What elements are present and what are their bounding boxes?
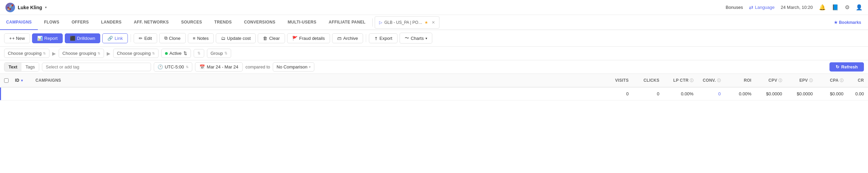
timezone-selector[interactable]: 🕐 UTC-5:00 ⇅	[154, 62, 192, 72]
text-toggle-button[interactable]: Text	[4, 63, 21, 71]
profile-icon[interactable]: 👤	[856, 4, 863, 11]
comparison-selector[interactable]: No Comparison ▾	[273, 62, 314, 72]
filter-row: Choose grouping ⇅ ▶ Choose grouping ⇅ ▶ …	[0, 47, 868, 60]
table-row: 0 0 0.00% 0 0.00% $0.0000 $0.0000 $0.000…	[0, 88, 868, 100]
drilldown-button[interactable]: ⬛ Drilldown	[65, 33, 100, 43]
update-cost-button[interactable]: 🗂 Update cost	[216, 33, 256, 43]
fraud-label: Fraud details	[299, 36, 325, 41]
language-selector[interactable]: ⇄ Language	[749, 4, 775, 11]
update-cost-label: Update cost	[227, 36, 251, 41]
star-icon[interactable]: ★	[424, 20, 428, 25]
search-row: Text Tags 🕐 UTC-5:00 ⇅ 📅 Mar 24 - Mar 24…	[0, 60, 868, 74]
refresh-button[interactable]: ↻ Refresh	[829, 62, 864, 72]
tags-toggle-button[interactable]: Tags	[21, 63, 39, 71]
clock-icon: 🕐	[158, 64, 163, 69]
export-button[interactable]: ↗ Export	[369, 33, 398, 43]
th-id[interactable]: ID ▼	[15, 78, 35, 83]
bookmarks-icon[interactable]: 📘	[832, 4, 839, 11]
user-menu[interactable]: 🚀 Luke Kling ▾	[5, 3, 47, 12]
bookmarks-button[interactable]: ★ Bookmarks	[830, 16, 865, 29]
refresh-icon: ↻	[836, 64, 839, 69]
text-tags-toggle: Text Tags	[4, 62, 39, 72]
active-dot-icon	[165, 52, 168, 55]
tab-conversions[interactable]: CONVERSIONS	[238, 15, 282, 30]
grouping-3-label: Choose grouping	[117, 51, 151, 56]
fraud-details-button[interactable]: 🚩 Fraud details	[287, 33, 330, 43]
th-clicks: CLICKS	[629, 78, 659, 83]
charts-label: Charts	[411, 36, 424, 41]
td-cr: 0.00	[843, 91, 864, 96]
play-icon: ▷	[379, 20, 382, 25]
conv-info-icon[interactable]: ⓘ	[717, 78, 721, 83]
grouping-select-3[interactable]: Choose grouping ⇅	[113, 49, 159, 58]
th-lp-ctr: LP CTR ⓘ	[659, 78, 693, 83]
timezone-caret-icon: ⇅	[186, 65, 189, 69]
tab-multi-users[interactable]: MULTI-USERS	[282, 15, 323, 30]
cpv-info-icon[interactable]: ⓘ	[778, 78, 782, 83]
charts-button[interactable]: 〜 Charts ▾	[400, 33, 432, 44]
active-label: Active	[169, 51, 181, 56]
tab-sources[interactable]: SOURCES	[175, 15, 208, 30]
notes-button[interactable]: ≡ Notes	[188, 33, 214, 43]
group-select[interactable]: Group ⇅	[207, 49, 231, 58]
clone-label: Clone	[169, 36, 181, 41]
notifications-icon[interactable]: 🔔	[819, 4, 826, 11]
report-button[interactable]: 📊 Report	[32, 33, 63, 43]
charts-icon: 〜	[405, 35, 409, 41]
archive-button[interactable]: 🗃 Archive	[332, 33, 363, 43]
tab-aff-networks[interactable]: AFF. NETWORKS	[128, 15, 175, 30]
tab-campaigns[interactable]: CAMPAIGNS	[0, 15, 38, 30]
grouping-3-caret-icon: ⇅	[152, 51, 155, 55]
link-label: Link	[115, 36, 123, 41]
link-button[interactable]: 🔗 Link	[102, 33, 128, 43]
tag-search-field[interactable]	[42, 63, 151, 71]
lp-ctr-info-icon[interactable]: ⓘ	[690, 78, 693, 83]
grouping-select-2[interactable]: Choose grouping ⇅	[59, 49, 104, 58]
grouping-1-caret-icon: ⇅	[43, 51, 46, 55]
archive-icon: 🗃	[337, 36, 342, 41]
th-conv: CONV. ⓘ	[693, 78, 721, 83]
bonuses-link[interactable]: Bonuses	[726, 5, 743, 10]
tab-trends[interactable]: TRENDS	[208, 15, 238, 30]
clear-button[interactable]: 🗑 Clear	[258, 33, 285, 43]
empty-filter-arrows-icon: ⇅	[197, 51, 200, 56]
toolbar-sep-1	[131, 34, 131, 42]
tab-landers[interactable]: LANDERS	[95, 15, 128, 30]
empty-filter[interactable]: ⇅	[194, 49, 204, 58]
active-status-filter[interactable]: Active ⇅	[161, 49, 191, 58]
select-all-checkbox[interactable]	[4, 78, 9, 83]
td-roi: 0.00%	[721, 91, 751, 96]
filter-arrow-2-icon: ▶	[107, 51, 110, 56]
th-visits: VISITS	[598, 78, 629, 83]
cpa-info-icon[interactable]: ⓘ	[840, 78, 843, 83]
clear-label: Clear	[269, 36, 280, 41]
user-name: Luke Kling	[18, 5, 42, 10]
clone-button[interactable]: ⧉ Clone	[159, 33, 186, 43]
avatar: 🚀	[5, 3, 15, 12]
special-tab-label: GLB - US_PA | PO…	[384, 20, 422, 25]
grouping-select-1[interactable]: Choose grouping ⇅	[4, 49, 49, 58]
tab-offers[interactable]: OFFERS	[65, 15, 95, 30]
charts-chevron-icon: ▾	[425, 36, 427, 40]
date-range-label: Mar 24 - Mar 24	[207, 64, 238, 69]
epv-info-icon[interactable]: ⓘ	[809, 78, 813, 83]
new-label: + New	[12, 36, 25, 41]
date-range-picker[interactable]: 📅 Mar 24 - Mar 24	[195, 62, 243, 72]
th-cr: CR	[843, 78, 864, 83]
clone-icon: ⧉	[164, 35, 167, 41]
tab-affiliate-panel[interactable]: AFFILIATE PANEL	[323, 15, 372, 30]
tag-search-input[interactable]	[46, 64, 147, 69]
compare-label: compared to	[245, 64, 270, 69]
top-bar-right: Bonuses ⇄ Language 24 March, 10:20 🔔 📘 ⚙…	[726, 4, 863, 11]
th-epv: EPV ⓘ	[782, 78, 813, 83]
tab-flows[interactable]: FLOWS	[38, 15, 65, 30]
settings-icon[interactable]: ⚙	[845, 4, 850, 11]
special-tab[interactable]: ▷ GLB - US_PA | PO… ★ ✕	[375, 16, 439, 29]
close-tab-icon[interactable]: ✕	[432, 20, 435, 25]
new-button[interactable]: + + New	[4, 33, 30, 43]
grouping-2-caret-icon: ⇅	[98, 51, 100, 55]
nav-divider	[372, 18, 373, 27]
link-icon: 🔗	[107, 36, 113, 41]
edit-button[interactable]: ✏ Edit	[134, 33, 157, 43]
th-cpa: CPA ⓘ	[813, 78, 843, 83]
